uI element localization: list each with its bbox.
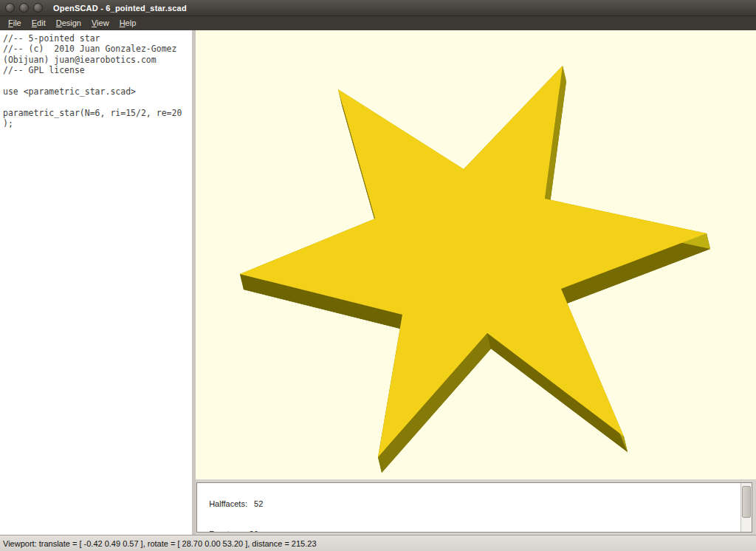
menu-item-edit[interactable]: Edit: [27, 16, 51, 30]
star-3d-model: [196, 30, 756, 479]
console-panel[interactable]: Halffacets: 52 Facets: 26 Volumes: 2 Tot…: [196, 482, 752, 533]
console-line: Halffacets: 52: [202, 499, 752, 510]
main-split: //-- 5-pointed star //-- (c) 2010 Juan G…: [0, 30, 756, 535]
viewport-3d[interactable]: [196, 30, 756, 479]
console-line: Facets: 26: [202, 530, 752, 533]
minimize-button[interactable]: [19, 3, 29, 13]
menu-item-view[interactable]: View: [86, 16, 114, 30]
menu-item-file[interactable]: File: [3, 16, 27, 30]
console-scrollbar[interactable]: [740, 483, 752, 532]
titlebar[interactable]: OpenSCAD - 6_pointed_star.scad: [0, 0, 756, 16]
menu-item-design[interactable]: Design: [51, 16, 86, 30]
close-button[interactable]: [5, 3, 15, 13]
editor-panel[interactable]: //-- 5-pointed star //-- (c) 2010 Juan G…: [0, 30, 196, 535]
console-output: Halffacets: 52 Facets: 26 Volumes: 2 Tot…: [197, 482, 752, 533]
window-title: OpenSCAD - 6_pointed_star.scad: [53, 4, 187, 13]
statusbar: Viewport: translate = [ -0.42 0.49 0.57 …: [0, 535, 756, 551]
viewport-status-text: Viewport: translate = [ -0.42 0.49 0.57 …: [0, 539, 317, 548]
menu-item-help[interactable]: Help: [114, 16, 142, 30]
maximize-button[interactable]: [33, 3, 43, 13]
menubar: File Edit Design View Help: [0, 16, 756, 30]
openscad-window: OpenSCAD - 6_pointed_star.scad File Edit…: [0, 0, 756, 551]
code-editor[interactable]: //-- 5-pointed star //-- (c) 2010 Juan G…: [0, 30, 192, 129]
window-controls: [5, 3, 43, 13]
right-column: Halffacets: 52 Facets: 26 Volumes: 2 Tot…: [196, 30, 756, 535]
scrollbar-thumb[interactable]: [742, 486, 751, 518]
